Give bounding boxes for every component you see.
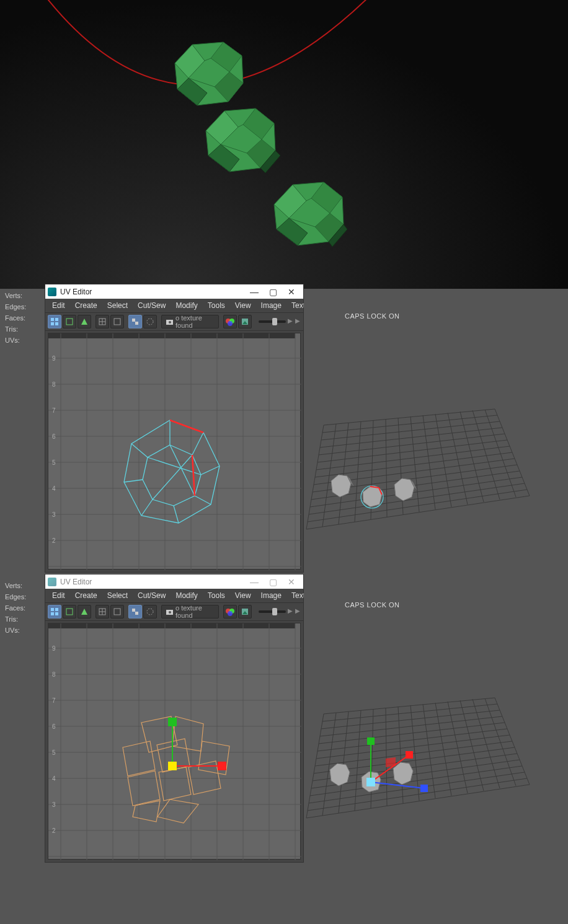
grid1-button[interactable] (95, 605, 109, 618)
svg-rect-86 (55, 608, 58, 611)
window-maximize-button[interactable]: ▢ (264, 287, 282, 297)
titlebar[interactable]: UV Editor — ▢ ✕ (45, 284, 303, 299)
window-close-button[interactable]: ✕ (282, 287, 301, 297)
svg-text:4: 4 (52, 775, 56, 782)
viewport-secondary[interactable]: CAPS LOCK ON (304, 578, 568, 866)
rgb-button[interactable] (223, 605, 237, 618)
svg-rect-89 (66, 609, 73, 615)
svg-text:5: 5 (52, 749, 56, 756)
menu-edit[interactable]: Edit (48, 300, 69, 311)
menu-cutsew[interactable]: Cut/Sew (133, 590, 170, 601)
svg-marker-90 (81, 609, 87, 615)
wireframe-button[interactable] (63, 315, 76, 328)
svg-line-84 (192, 455, 195, 496)
svg-rect-24 (55, 318, 58, 321)
svg-text:8: 8 (52, 671, 56, 678)
svg-point-35 (147, 319, 153, 325)
svg-point-40 (228, 321, 233, 326)
shell-display-button[interactable] (48, 315, 61, 328)
dim-slider[interactable]: ▶ ▶ (259, 317, 301, 326)
stat-faces: Faces: (5, 602, 45, 614)
toolbar: o texture found ▶ ▶ (45, 312, 303, 331)
svg-marker-216 (393, 762, 413, 785)
svg-line-83 (170, 420, 203, 433)
arrow-right-icon[interactable]: ▶ (295, 317, 301, 326)
menu-image[interactable]: Image (257, 300, 286, 311)
svg-rect-224 (366, 778, 375, 786)
uv-editor-window: UV Editor — ▢ ✕ Edit Create Select Cut/S… (45, 574, 304, 863)
rgb-button[interactable] (223, 315, 237, 328)
svg-marker-28 (81, 319, 87, 325)
checker-button[interactable] (128, 315, 142, 328)
svg-text:6: 6 (52, 723, 56, 730)
stat-uvs: UVs: (5, 625, 45, 636)
menu-view[interactable]: View (231, 300, 255, 311)
menu-create[interactable]: Create (71, 300, 102, 311)
window-minimize-button[interactable]: — (245, 287, 264, 297)
svg-point-37 (169, 321, 171, 323)
uv-editor-window: UV Editor — ▢ ✕ Edit Create Select Cut/S… (45, 284, 304, 573)
svg-line-73 (192, 433, 203, 455)
menu-modify[interactable]: Modify (171, 300, 202, 311)
menu-edit[interactable]: Edit (48, 590, 69, 601)
app-icon (48, 288, 56, 296)
grid2-button[interactable] (110, 315, 124, 328)
svg-text:4: 4 (52, 485, 56, 492)
svg-line-79 (131, 444, 148, 457)
stats-column: Verts: Edges: Faces: Tris: UVs: (0, 289, 45, 346)
distortion-button[interactable] (78, 315, 91, 328)
wireframe-button[interactable] (63, 605, 76, 618)
menu-image[interactable]: Image (257, 590, 286, 601)
texture-status[interactable]: o texture found (161, 315, 219, 328)
svg-marker-141 (133, 801, 160, 822)
svg-rect-223 (406, 751, 413, 759)
menu-modify[interactable]: Modify (171, 590, 202, 601)
svg-rect-96 (135, 612, 138, 615)
window-maximize-button[interactable]: ▢ (264, 577, 282, 587)
menu-create[interactable]: Create (71, 590, 102, 601)
svg-rect-94 (114, 609, 120, 615)
svg-rect-95 (132, 609, 135, 612)
image-button[interactable] (238, 315, 252, 328)
texture-status[interactable]: o texture found (161, 605, 219, 618)
svg-text:3: 3 (52, 511, 56, 518)
svg-marker-137 (128, 771, 160, 806)
window-close-button[interactable]: ✕ (282, 577, 301, 587)
arrow-right-icon[interactable]: ▶ (287, 607, 293, 616)
shell-display-button[interactable] (48, 605, 61, 618)
stat-verts: Verts: (5, 290, 45, 301)
stats-column: Verts: Edges: Faces: Tris: UVs: (0, 579, 45, 636)
grid2-button[interactable] (110, 605, 124, 618)
menu-tools[interactable]: Tools (203, 590, 229, 601)
dim-button[interactable] (143, 315, 157, 328)
svg-line-78 (124, 480, 143, 482)
grid1-button[interactable] (95, 315, 109, 328)
stat-edges: Edges: (5, 591, 45, 602)
svg-marker-133 (172, 716, 203, 751)
uv-canvas[interactable]: 98765432 (48, 333, 301, 570)
svg-text:7: 7 (52, 407, 56, 414)
menu-tools[interactable]: Tools (203, 300, 229, 311)
stat-uvs: UVs: (5, 335, 45, 346)
menu-select[interactable]: Select (103, 590, 132, 601)
window-minimize-button[interactable]: — (245, 577, 264, 587)
arrow-right-icon[interactable]: ▶ (287, 317, 293, 326)
camera-icon (166, 607, 173, 616)
dim-slider[interactable]: ▶ ▶ (259, 607, 301, 616)
dim-button[interactable] (143, 605, 157, 618)
svg-rect-32 (114, 319, 120, 325)
distortion-button[interactable] (78, 605, 91, 618)
viewport-main[interactable] (0, 0, 568, 289)
menu-select[interactable]: Select (103, 300, 132, 311)
menu-view[interactable]: View (231, 590, 255, 601)
svg-line-75 (195, 496, 211, 504)
image-button[interactable] (238, 605, 252, 618)
menu-cutsew[interactable]: Cut/Sew (133, 300, 170, 311)
svg-line-77 (141, 499, 153, 516)
titlebar[interactable]: UV Editor — ▢ ✕ (45, 574, 303, 589)
viewport-secondary[interactable]: CAPS LOCK ON (304, 289, 568, 578)
svg-rect-221 (367, 737, 375, 745)
arrow-right-icon[interactable]: ▶ (295, 607, 301, 616)
uv-canvas[interactable]: 98765432 (48, 623, 301, 860)
checker-button[interactable] (128, 605, 142, 618)
